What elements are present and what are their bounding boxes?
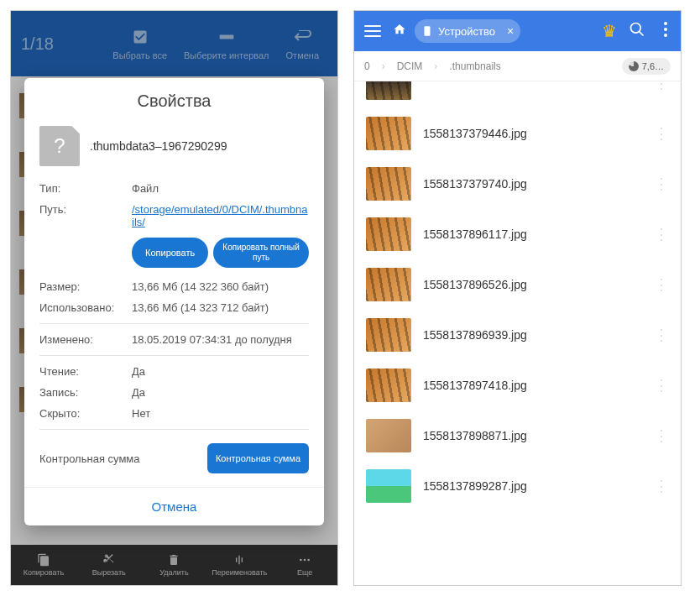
more-icon[interactable] [657, 22, 674, 40]
file-name: 1558137899287.jpg [423, 479, 642, 493]
read-label: Чтение: [39, 365, 132, 378]
item-menu-icon[interactable]: ⋮ [654, 124, 669, 143]
file-list[interactable]: ⋮ 1558137379446.jpg⋮ 1558137379740.jpg⋮ … [354, 81, 681, 511]
chevron-right-icon: › [382, 60, 385, 72]
thumbnail [366, 369, 411, 402]
type-label: Тип: [39, 182, 132, 195]
file-name: 1558137897418.jpg [423, 379, 642, 392]
thumbnail [366, 81, 411, 100]
list-item[interactable]: 1558137897418.jpg⋮ [354, 360, 681, 410]
type-value: Файл [132, 182, 159, 195]
hidden-label: Скрыто: [39, 407, 132, 420]
write-label: Запись: [39, 386, 132, 399]
file-name: 1558137898871.jpg [423, 429, 642, 442]
hidden-value: Нет [132, 407, 150, 420]
file-name: 1558137379740.jpg [423, 177, 642, 191]
checksum-button[interactable]: Контрольная сумма [207, 443, 309, 473]
dialog-cancel-button[interactable]: Отмена [24, 487, 324, 525]
properties-dialog: Свойства ? .thumbdata3–1967290299 Тип:Фа… [24, 78, 324, 525]
svg-point-5 [631, 24, 641, 34]
item-menu-icon[interactable]: ⋮ [654, 477, 669, 495]
item-menu-icon[interactable]: ⋮ [654, 426, 669, 445]
close-icon[interactable]: × [507, 24, 514, 38]
breadcrumb: 0 › DCIM › .thumbnails 7,6… [354, 51, 681, 81]
file-icon: ? [39, 126, 80, 166]
file-name: .thumbdata3–1967290299 [90, 139, 227, 153]
list-item[interactable]: 1558137896526.jpg⋮ [354, 259, 681, 310]
item-menu-icon[interactable]: ⋮ [654, 275, 669, 294]
svg-rect-4 [425, 26, 431, 36]
file-name: 1558137896526.jpg [423, 278, 642, 291]
read-value: Да [132, 365, 145, 378]
item-menu-icon[interactable]: ⋮ [654, 225, 669, 243]
item-menu-icon[interactable]: ⋮ [654, 376, 669, 395]
device-chip[interactable]: Устройство × [415, 19, 520, 43]
breadcrumb-item[interactable]: .thumbnails [449, 60, 500, 72]
thumbnail [366, 117, 411, 150]
thumbnail [366, 167, 411, 201]
breadcrumb-item[interactable]: DCIM [397, 60, 423, 72]
breadcrumb-item[interactable]: 0 [364, 60, 370, 72]
modified-label: Изменено: [39, 333, 132, 346]
thumbnail [366, 217, 411, 251]
item-menu-icon[interactable]: ⋮ [654, 326, 669, 344]
list-item[interactable]: ⋮ [354, 81, 681, 108]
file-name: 1558137896939.jpg [423, 328, 642, 342]
file-name: 1558137896117.jpg [423, 227, 642, 241]
phone-icon [421, 25, 433, 37]
write-value: Да [132, 386, 145, 399]
thumbnail [366, 419, 411, 452]
pie-icon [629, 61, 639, 71]
list-item[interactable]: 1558137896939.jpg⋮ [354, 310, 681, 360]
search-icon[interactable] [622, 21, 652, 41]
modified-value: 18.05.2019 07:34:31 до полудня [132, 333, 292, 346]
svg-point-8 [664, 34, 667, 37]
list-item[interactable]: 1558137379740.jpg⋮ [354, 159, 681, 209]
thumbnail [366, 318, 411, 352]
size-label: Размер: [39, 280, 132, 293]
list-item[interactable]: 1558137898871.jpg⋮ [354, 410, 681, 461]
used-label: Использовано: [39, 301, 132, 314]
home-icon[interactable] [389, 23, 410, 39]
list-item[interactable]: 1558137896117.jpg⋮ [354, 209, 681, 259]
menu-icon[interactable] [361, 19, 384, 43]
phone-right: Устройство × ♛ 0 › DCIM › .thumbnails 7,… [353, 10, 682, 586]
copy-path-button[interactable]: Копировать [132, 238, 208, 268]
thumbnail [366, 469, 411, 503]
item-menu-icon[interactable]: ⋮ [654, 81, 669, 92]
crown-icon[interactable]: ♛ [602, 21, 617, 41]
svg-point-7 [664, 28, 667, 31]
phone-left: 1/18 Выбрать все Выберите интервал Отмен… [10, 10, 338, 586]
checksum-label: Контрольная сумма [39, 452, 140, 465]
right-header: Устройство × ♛ [354, 11, 681, 51]
thumbnail [366, 268, 411, 301]
file-name: 1558137379446.jpg [423, 127, 642, 140]
path-label: Путь: [39, 203, 132, 228]
copy-full-path-button[interactable]: Копировать полный путь [213, 238, 309, 268]
chevron-right-icon: › [434, 60, 437, 72]
item-menu-icon[interactable]: ⋮ [654, 175, 669, 193]
svg-point-6 [664, 22, 667, 25]
file-header: ? .thumbdata3–1967290299 [39, 121, 309, 178]
dialog-title: Свойства [24, 78, 324, 121]
storage-chip[interactable]: 7,6… [622, 58, 671, 75]
path-link[interactable]: /storage/emulated/0/DCIM/.thumbnails/ [132, 203, 309, 228]
list-item[interactable]: 1558137379446.jpg⋮ [354, 108, 681, 159]
list-item[interactable]: 1558137899287.jpg⋮ [354, 461, 681, 511]
size-value: 13,66 Мб (14 322 360 байт) [132, 280, 269, 293]
used-value: 13,66 Мб (14 323 712 байт) [132, 301, 269, 314]
